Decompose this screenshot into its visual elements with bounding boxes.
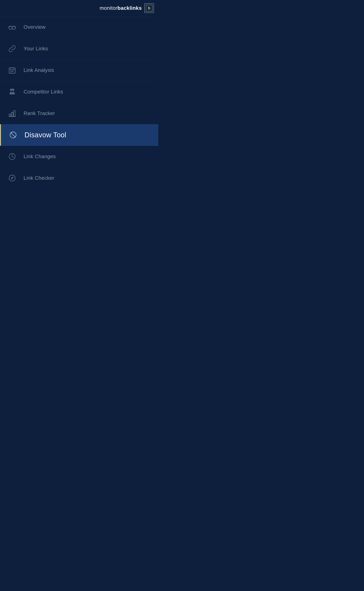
sidebar-item-label-competitor-links: Competitor Links bbox=[24, 89, 63, 95]
sidebar-item-your-links[interactable]: Your Links bbox=[0, 38, 158, 60]
sidebar-item-label-disavow-tool: Disavow Tool bbox=[25, 131, 66, 139]
svg-marker-25 bbox=[11, 177, 13, 179]
sidebar-item-label-link-analysis: Link Analysis bbox=[24, 67, 54, 73]
block-icon bbox=[7, 131, 19, 139]
svg-rect-4 bbox=[9, 68, 15, 73]
calendar-icon bbox=[7, 66, 18, 74]
sidebar-item-rank-tracker[interactable]: Rank Tracker bbox=[0, 103, 158, 124]
svg-rect-17 bbox=[9, 114, 11, 116]
sidebar-item-label-link-checker: Link Checker bbox=[24, 175, 54, 181]
sidebar-item-link-checker[interactable]: Link Checker bbox=[0, 167, 158, 189]
sidebar-item-overview[interactable]: Overview bbox=[0, 16, 158, 38]
svg-rect-19 bbox=[13, 111, 15, 116]
svg-point-24 bbox=[9, 175, 15, 181]
svg-rect-16 bbox=[13, 89, 14, 90]
svg-rect-18 bbox=[11, 113, 13, 116]
app-header: monitorbacklinks b bbox=[0, 0, 158, 16]
link-icon bbox=[7, 45, 18, 53]
sidebar-item-label-link-changes: Link Changes bbox=[24, 154, 56, 160]
sidebar-nav: Overview Your Links bbox=[0, 16, 158, 189]
svg-rect-15 bbox=[12, 89, 13, 90]
sidebar-item-link-analysis[interactable]: Link Analysis bbox=[0, 60, 158, 81]
nav-list: Overview Your Links bbox=[0, 16, 158, 189]
sidebar-item-label-overview: Overview bbox=[24, 24, 46, 30]
svg-line-22 bbox=[11, 133, 15, 137]
svg-rect-13 bbox=[10, 94, 14, 94]
glasses-icon bbox=[7, 23, 18, 31]
chess-icon bbox=[7, 88, 18, 96]
brand-name: monitorbacklinks bbox=[100, 5, 142, 11]
sidebar-item-link-changes[interactable]: Link Changes bbox=[0, 146, 158, 167]
sidebar-item-label-rank-tracker: Rank Tracker bbox=[24, 110, 55, 116]
bar-chart-icon bbox=[7, 109, 18, 117]
brand-logo-letter: b bbox=[148, 6, 150, 10]
brand-logo: b bbox=[144, 3, 154, 13]
svg-rect-11 bbox=[11, 90, 13, 93]
clock-icon bbox=[7, 153, 18, 161]
sidebar-item-competitor-links[interactable]: Competitor Links bbox=[0, 81, 158, 103]
sidebar-item-label-your-links: Your Links bbox=[24, 46, 48, 52]
compass-icon bbox=[7, 174, 18, 182]
sidebar-item-disavow-tool[interactable]: Disavow Tool bbox=[0, 124, 158, 146]
svg-rect-14 bbox=[11, 89, 11, 90]
